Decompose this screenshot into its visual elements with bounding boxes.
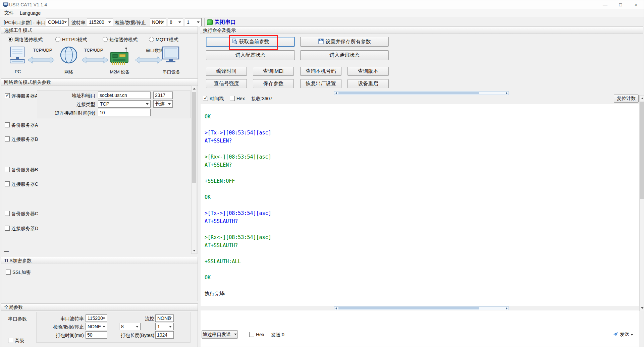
server-a-checkbox[interactable]: [5, 93, 10, 98]
flow-select[interactable]: NONE: [155, 314, 174, 322]
menu-language[interactable]: Language: [20, 10, 41, 16]
network-label: 网络: [62, 69, 76, 75]
advanced-label[interactable]: 高级: [15, 338, 24, 344]
log-line: +SSLAUTH:ALL: [205, 257, 639, 266]
g-stopbits-select[interactable]: 1: [155, 323, 174, 330]
enter-config-button[interactable]: 进入配置状态: [206, 50, 295, 60]
send-via-serial-dropdown[interactable]: 通过串口发送: [202, 330, 238, 339]
scrollbar-thumb[interactable]: [640, 102, 644, 199]
menu-file[interactable]: 文件: [4, 10, 14, 16]
packlen-input[interactable]: [155, 331, 174, 339]
backup-b-checkbox[interactable]: [5, 167, 10, 172]
backup-a-checkbox[interactable]: [5, 122, 10, 127]
hex-recv-label[interactable]: Hex: [236, 96, 245, 102]
close-button[interactable]: ×: [628, 0, 644, 9]
hex-recv-checkbox[interactable]: [230, 96, 235, 101]
server-port-input[interactable]: [153, 92, 173, 99]
query-phone-button[interactable]: 查询本机号码: [300, 67, 341, 76]
backup-c-label[interactable]: 备份服务器C: [11, 211, 38, 217]
radio-sms-label[interactable]: 短信透传模式: [109, 37, 138, 43]
enter-comm-label: 进入通讯状态: [329, 52, 360, 58]
backup-b-label[interactable]: 备份服务器B: [11, 167, 38, 173]
sent-count: 发送:0: [271, 332, 284, 338]
reset-count-label: 复位计数: [617, 96, 636, 102]
baud-select[interactable]: 115200: [87, 18, 113, 26]
factory-reset-button[interactable]: 恢复出厂设置: [300, 79, 341, 88]
radio-sms[interactable]: [103, 37, 108, 42]
server-b-label[interactable]: 连接服务器B: [11, 136, 38, 142]
server-d-checkbox[interactable]: [5, 226, 10, 231]
databits-select[interactable]: 8: [168, 18, 183, 26]
log-vscrollbar[interactable]: [639, 95, 644, 311]
server-d-label[interactable]: 连接服务器D: [11, 225, 38, 231]
netparams-scrollbar[interactable]: [191, 85, 197, 254]
hex-send-checkbox[interactable]: [249, 332, 254, 337]
server-a-label[interactable]: 连接服务器A: [11, 93, 38, 99]
conn-type-select[interactable]: TCP: [98, 100, 151, 108]
scroll-left-icon[interactable]: [335, 92, 337, 95]
set-save-params-button[interactable]: 设置并保存所有参数: [300, 37, 389, 47]
radio-mqtt-label[interactable]: MQTT模式: [156, 37, 178, 43]
scrollbar-thumb[interactable]: [338, 92, 479, 94]
server-b-checkbox[interactable]: [5, 136, 10, 141]
get-params-button[interactable]: 获取当前参数: [206, 37, 295, 47]
enter-comm-button[interactable]: 进入通讯状态: [300, 50, 389, 60]
reboot-button[interactable]: 设备重启: [347, 79, 389, 88]
hex-send-label[interactable]: Hex: [256, 332, 264, 338]
radio-net-passthrough-label[interactable]: 网络透传模式: [14, 37, 43, 43]
addr-port-label: 地址和端口: [40, 93, 95, 99]
receive-log[interactable]: OK>[Tx->][08:53:54][asc]AT+SSLEN?>[Rx<-]…: [201, 104, 639, 306]
minimize-button[interactable]: —: [597, 0, 613, 9]
scroll-right-icon[interactable]: [506, 92, 507, 95]
scroll-up-icon[interactable]: [193, 88, 196, 90]
close-port-button[interactable]: 关闭串口: [214, 19, 236, 26]
ssl-checkbox[interactable]: [6, 270, 11, 275]
server-c-checkbox[interactable]: [5, 181, 10, 186]
stopbits-select[interactable]: 1: [185, 18, 202, 26]
serial-device-icon: [161, 46, 180, 66]
packlen-label: 打包长度(Bytes): [109, 332, 154, 338]
get-params-label: 获取当前参数: [239, 39, 269, 45]
reset-count-button[interactable]: 复位计数: [614, 95, 639, 103]
log-hscrollbar-bottom[interactable]: [334, 306, 509, 310]
compile-time-button[interactable]: 编译时间: [206, 67, 247, 76]
save-params-label: 保存参数: [263, 80, 283, 87]
timestamp-checkbox[interactable]: [203, 96, 208, 101]
server-c-label[interactable]: 连接服务器C: [11, 181, 38, 187]
save-params-button[interactable]: 保存参数: [253, 79, 294, 88]
tls-header: TLS加密参数: [1, 257, 198, 264]
packtime-input[interactable]: [86, 331, 107, 339]
advanced-checkbox[interactable]: [8, 338, 13, 343]
scroll-left-icon[interactable]: [335, 307, 337, 310]
query-imei-button[interactable]: 查询IMEI: [253, 67, 294, 76]
server-address-input[interactable]: [98, 92, 151, 99]
radio-net-passthrough[interactable]: [8, 37, 13, 42]
radio-httpd-label[interactable]: HTTPD模式: [62, 37, 87, 43]
g-parity-select[interactable]: NONE: [86, 323, 107, 330]
timestamp-label[interactable]: 时间戳: [210, 96, 224, 102]
scroll-down-icon[interactable]: [641, 307, 644, 309]
query-version-button[interactable]: 查询版本: [347, 67, 389, 76]
com-port-select[interactable]: COM10: [46, 18, 69, 26]
radio-mqtt[interactable]: [149, 37, 154, 42]
backup-c-checkbox[interactable]: [5, 211, 10, 216]
workmode-header: 选择工作模式: [1, 27, 198, 34]
scroll-right-icon[interactable]: [506, 307, 507, 310]
radio-httpd[interactable]: [55, 37, 60, 42]
g-databits-select[interactable]: 8: [119, 323, 141, 330]
maximize-button[interactable]: □: [613, 0, 628, 9]
scroll-up-icon[interactable]: [641, 98, 644, 99]
send-via-serial-label: 通过串口发送: [203, 332, 231, 338]
scroll-down-icon[interactable]: [193, 250, 196, 251]
conn-mode-select[interactable]: 长连: [153, 100, 173, 108]
query-signal-button[interactable]: 查信号强度: [206, 79, 247, 88]
g-baud-select[interactable]: 115200: [86, 314, 107, 322]
parity-select[interactable]: NONI: [150, 18, 166, 26]
backup-a-label[interactable]: 备份服务器A: [11, 122, 38, 128]
scrollbar-thumb[interactable]: [338, 307, 479, 309]
log-hscrollbar-top[interactable]: [334, 91, 509, 95]
send-button[interactable]: 发送: [613, 331, 633, 339]
scrollbar-thumb[interactable]: [192, 92, 196, 183]
short-conn-timeout-input[interactable]: [98, 109, 151, 116]
ssl-label[interactable]: SSL加密: [12, 269, 31, 275]
